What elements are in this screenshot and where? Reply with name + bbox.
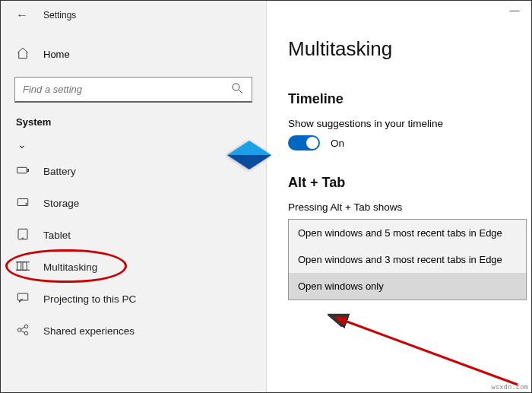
annotation-arrow [328,312,525,388]
multitasking-icon [16,259,30,275]
nav-item-projecting[interactable]: Projecting to this PC [1,283,266,315]
back-button[interactable]: ← [16,8,28,22]
nav-home-label: Home [43,49,70,60]
search-input[interactable] [23,84,230,95]
nav-item-tablet[interactable]: Tablet [1,219,266,251]
titlebar: ← Settings [1,5,266,30]
alttab-option-0[interactable]: Open windows and 5 most recent tabs in E… [289,220,526,246]
nav-item-label: Projecting to this PC [43,293,136,305]
tablet-icon [16,227,30,243]
svg-rect-8 [17,261,21,270]
nav-item-truncated[interactable] [1,132,266,155]
alttab-description: Pressing Alt + Tab shows [288,201,531,213]
svg-point-5 [26,203,27,204]
svg-point-15 [24,331,28,335]
nav-item-label: Tablet [43,230,71,241]
svg-line-1 [239,90,242,93]
nav-list: Battery Storage Tablet Multitasking [1,132,266,347]
nav-item-label: Shared experiences [43,325,135,337]
alttab-option-2[interactable]: Open windows only [289,273,526,300]
timeline-toggle-label: On [331,138,344,149]
svg-rect-2 [17,167,27,173]
page-title: Multitasking [288,37,531,61]
sidebar: ← Settings Home System Batter [1,1,267,392]
alttab-heading: Alt + Tab [288,175,531,191]
home-icon [16,46,30,62]
nav-item-shared[interactable]: Shared experiences [1,315,266,347]
battery-icon [16,163,30,179]
timeline-toggle-row: On [288,135,531,151]
timeline-description: Show suggestions in your timeline [288,118,531,129]
content-pane: — Multitasking Timeline Show suggestions… [267,1,531,392]
watermark: wsxdn.com [491,383,528,391]
nav-item-battery[interactable]: Battery [1,155,266,187]
nav-item-multitasking[interactable]: Multitasking [1,251,266,283]
svg-line-17 [21,330,25,332]
projecting-icon [16,291,30,307]
svg-rect-9 [23,261,27,270]
alttab-option-1[interactable]: Open windows and 3 most recent tabs in E… [289,246,526,273]
svg-line-16 [21,327,25,329]
app-title: Settings [43,10,76,21]
section-heading: System [1,112,266,132]
shared-icon [16,323,30,339]
svg-rect-6 [18,229,27,239]
nav-home[interactable]: Home [1,39,266,69]
svg-rect-3 [27,169,29,171]
nav-item-label: Multitasking [43,261,97,273]
timeline-toggle[interactable] [288,135,320,151]
svg-point-0 [233,84,239,90]
nav-item-label: Battery [43,166,76,177]
search-box[interactable] [14,77,252,103]
nav-item-label [16,138,19,150]
minimize-button[interactable]: — [498,1,531,22]
alttab-dropdown[interactable]: Open windows and 5 most recent tabs in E… [288,219,527,300]
search-icon [230,81,244,97]
timeline-heading: Timeline [288,91,531,107]
nav-item-label: Storage [43,198,79,209]
svg-point-14 [24,325,28,328]
nav-item-storage[interactable]: Storage [1,187,266,219]
svg-line-18 [343,320,518,385]
svg-point-13 [17,328,21,331]
storage-icon [16,195,30,211]
